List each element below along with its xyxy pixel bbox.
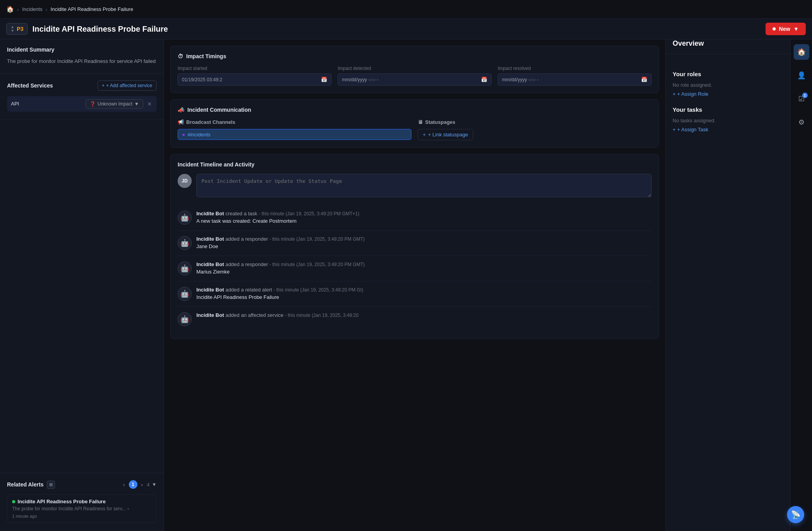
entry-header-2: Incidite Bot added a responder - this mi… [196,261,652,267]
prev-page-button[interactable]: ‹ [121,481,126,488]
entry-body-3: Incidite API Readiness Probe Failure [196,294,652,300]
timing-detected-input[interactable]: mm/dd/yyyy -:-:- - 📅 [338,73,491,86]
plus-icon: + [102,83,105,88]
impact-badge[interactable]: ❓ Unknown Impact ▼ [85,99,143,109]
megaphone-icon: 📣 [178,107,184,113]
user-nav-button[interactable]: 👤 [794,68,809,83]
timing-resolved-input[interactable]: mm/dd/yyyy -:-:- - 📅 [498,73,652,86]
timeline-input-area: JD [178,174,652,197]
home-nav-button[interactable]: 🏠 [794,44,809,60]
entry-actor-0: Incidite Bot [196,211,224,216]
right-sidebar: Overview Your roles No role assigned. + … [665,39,790,531]
timeline-card: Incident Timeline and Activity JD 🤖 Inci… [170,154,659,339]
timing-detected-value: mm/dd/yyyy -:-:- - [342,77,378,82]
link-statuspage-label: + Link statuspage [428,132,468,138]
statuspage-label: 🖥 Statuspages [418,119,652,125]
timing-resolved: Impact resolved mm/dd/yyyy -:-:- - 📅 [498,66,652,86]
timeline-entry-2: 🤖 Incidite Bot added a responder - this … [178,256,652,281]
remove-service-button[interactable]: ✕ [146,101,153,107]
expand-alerts-button[interactable]: ▼ [152,482,157,487]
timeline-entry-1: 🤖 Incidite Bot added a responder - this … [178,231,652,256]
bot-avatar-1: 🤖 [178,236,192,250]
timing-started-input[interactable]: 01/19/2025 03:49:2 📅 [178,73,331,86]
tasks-section: Your tasks No tasks assigned. + + Assign… [673,106,783,132]
incident-summary-section: Incident Summary The probe for monitor I… [0,39,164,73]
communication-title: 📣 Incident Communication [178,107,652,113]
service-row: API ❓ Unknown Impact ▼ ✕ [7,96,157,112]
roles-section: Your roles No role assigned. + + Assign … [673,71,783,97]
statuspage-section: 🖥 Statuspages + + Link statuspage [418,119,652,140]
assign-task-button[interactable]: + + Assign Task [673,127,783,132]
timeline-entry-4: 🤖 Incidite Bot added an affected service… [178,307,652,332]
alert-status-dot [12,500,15,503]
current-page: 1 [129,480,137,489]
timeline-input[interactable] [196,174,652,197]
affected-services-section: Affected Services + + Add affected servi… [0,73,164,120]
alert-time: 1 minute ago [12,514,151,518]
alert-expand-icon: › [127,506,129,511]
grid-view-button[interactable]: ⊞ [47,481,55,489]
assign-role-label: + Assign Role [677,91,709,97]
calendar-icon: 📅 [321,77,327,82]
alert-name: Incidite API Readiness Probe Failure [18,499,106,504]
timing-started: Impact started 01/19/2025 03:49:2 📅 [178,66,331,86]
channel-name: #incidents [187,132,210,138]
alert-item[interactable]: Incidite API Readiness Probe Failure The… [7,494,157,523]
entry-header-3: Incidite Bot added a related alert - thi… [196,287,652,293]
bot-avatar-4: 🤖 [178,312,192,326]
breadcrumb-current: Incidite API Readiness Probe Failure [50,6,133,12]
overview-label: Overview [666,39,790,54]
incident-title: Incidite API Readiness Probe Failure [32,25,168,34]
tasks-nav-button[interactable]: ☑ 1 [794,91,809,107]
impact-label: Unknown Impact [98,101,132,107]
timing-detected-label: Impact detected [338,66,491,71]
timing-grid: Impact started 01/19/2025 03:49:2 📅 Impa… [178,66,652,86]
main-layout: Incident Summary The probe for monitor I… [0,39,812,531]
home-icon[interactable]: 🏠 [6,5,14,13]
entry-body-0: A new task was created: Create Postmorte… [196,218,652,224]
settings-nav-button[interactable]: ⚙ [794,114,809,130]
add-service-label: + Add affected service [106,83,152,88]
status-chevron-icon: ▼ [793,26,799,32]
add-affected-service-button[interactable]: + + Add affected service [98,80,157,91]
related-alerts-header: Related Alerts ⊞ ‹ 1 › 4 ▼ [7,480,157,489]
timing-detected: Impact detected mm/dd/yyyy -:-:- - 📅 [338,66,491,86]
entry-time-3: - this minute (Jan 19, 2025, 3:49:20 PM … [273,287,363,293]
sub-header: ▲▼ P3 Incidite API Readiness Probe Failu… [0,19,812,39]
entry-action-2: added a responder [225,261,268,267]
timeline-entry-3: 🤖 Incidite Bot added a related alert - t… [178,281,652,307]
spacer [0,120,164,474]
timing-resolved-label: Impact resolved [498,66,652,71]
entry-actor-3: Incidite Bot [196,287,224,293]
roles-empty: No role assigned. [673,82,783,88]
priority-badge[interactable]: ▲▼ P3 [6,23,28,35]
roles-title: Your roles [673,71,783,77]
entry-action-1: added a responder [225,236,268,242]
calendar-resolved-icon: 📅 [641,77,647,82]
total-pages: 4 [147,482,150,488]
assign-role-button[interactable]: + + Assign Role [673,91,783,97]
plus-icon: + [673,127,676,132]
impact-icon: ❓ [90,101,96,107]
statuspage-icon: 🖥 [418,119,423,125]
impact-timings-title: ⏱ Impact Timings [178,53,652,59]
impact-chevron-icon: ▼ [134,101,139,107]
entry-action-0: created a task [225,211,257,216]
tasks-empty: No tasks assigned. [673,118,783,123]
float-action-button[interactable]: 📡 [787,506,804,523]
channel-tag[interactable]: ● #incidents [178,129,411,140]
breadcrumb-incidents[interactable]: Incidents [22,6,43,12]
timeline-entries: 🤖 Incidite Bot created a task - this min… [178,205,652,332]
entry-time-2: - this minute (Jan 19, 2025, 3:49:20 PM … [269,262,365,267]
timeline-entry-0: 🤖 Incidite Bot created a task - this min… [178,205,652,231]
communication-grid: 📢 Broadcast Channels ● #incidents 🖥 Stat… [178,119,652,140]
clock-icon: ⏱ [178,53,183,59]
next-page-button[interactable]: › [140,481,144,488]
status-dot [773,27,776,30]
impact-timings-card: ⏱ Impact Timings Impact started 01/19/20… [170,46,659,93]
plus-icon: + [673,91,676,97]
broadcast-label: 📢 Broadcast Channels [178,119,411,125]
status-button[interactable]: New ▼ [766,23,806,35]
link-statuspage-button[interactable]: + + Link statuspage [418,129,473,140]
icon-bar: 🏠 👤 ☑ 1 ⚙ [790,39,812,531]
